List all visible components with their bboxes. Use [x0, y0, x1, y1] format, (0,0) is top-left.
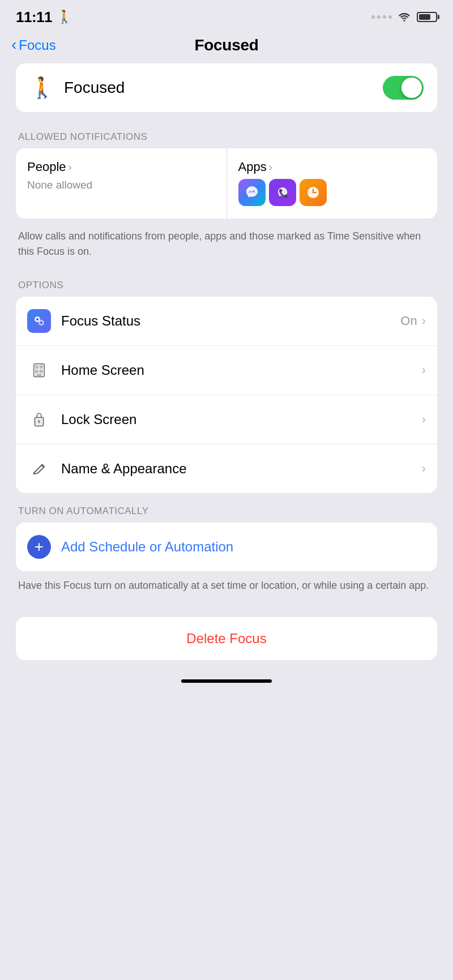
app-icons: 📞	[238, 179, 426, 206]
automation-card: + Add Schedule or Automation	[16, 523, 437, 571]
focus-status-label: Focus Status	[61, 313, 400, 329]
viber-app-icon: 📞	[269, 179, 296, 206]
svg-rect-11	[40, 365, 43, 369]
home-screen-chevron-icon: ›	[422, 363, 426, 378]
home-screen-label: Home Screen	[61, 362, 422, 378]
svg-text:📞: 📞	[279, 189, 289, 198]
status-time: 11:11	[16, 8, 52, 26]
svg-rect-12	[35, 370, 39, 373]
battery-icon	[417, 12, 437, 22]
focused-toggle[interactable]	[383, 76, 424, 100]
main-content: 🚶 Focused ALLOWED NOTIFICATIONS People ›…	[0, 63, 453, 660]
focus-status-value: On	[400, 314, 417, 328]
clock-app-icon	[300, 179, 327, 206]
people-subtitle: None allowed	[27, 179, 215, 191]
focus-status-row[interactable]: Focus Status On ›	[16, 297, 437, 346]
focused-person-icon: 🚶	[29, 76, 55, 100]
delete-focus-label[interactable]: Delete Focus	[27, 631, 426, 647]
home-screen-icon	[27, 358, 51, 382]
name-appearance-row[interactable]: Name & Appearance ›	[16, 444, 437, 493]
back-chevron-icon: ‹	[11, 37, 16, 53]
focus-status-chevron-icon: ›	[422, 314, 426, 328]
allowed-notifications-card: People › None allowed Apps ›	[16, 148, 437, 219]
svg-point-8	[40, 322, 42, 324]
people-title[interactable]: People ›	[27, 160, 215, 174]
nav-bar: ‹ Focus Focused	[0, 31, 453, 63]
apps-title[interactable]: Apps ›	[238, 160, 426, 174]
signal-dots	[371, 15, 392, 19]
focused-row: 🚶 Focused	[16, 63, 437, 112]
accessibility-icon: 🚶	[57, 10, 72, 24]
delete-focus-row[interactable]: Delete Focus	[16, 617, 437, 660]
delete-focus-card: Delete Focus	[16, 617, 437, 660]
automation-description: Have this Focus turn on automatically at…	[16, 576, 437, 599]
lock-screen-row[interactable]: Lock Screen ›	[16, 395, 437, 444]
messenger-app-icon	[238, 179, 266, 206]
svg-point-4	[312, 192, 314, 194]
allowed-description: Allow calls and notifications from peopl…	[16, 223, 437, 263]
svg-rect-13	[40, 370, 43, 373]
options-card: Focus Status On › Home Screen ›	[16, 297, 437, 493]
svg-rect-17	[39, 422, 40, 423]
focus-status-icon	[27, 309, 51, 333]
add-schedule-icon: +	[27, 535, 51, 559]
allowed-row: People › None allowed Apps ›	[16, 148, 437, 219]
focused-toggle-card: 🚶 Focused	[16, 63, 437, 112]
focused-label: Focused	[64, 79, 125, 97]
home-bar	[181, 679, 272, 683]
allowed-notifications-header: ALLOWED NOTIFICATIONS	[16, 119, 437, 148]
name-appearance-chevron-icon: ›	[422, 461, 426, 476]
back-button[interactable]: ‹ Focus	[11, 37, 56, 53]
svg-rect-14	[37, 374, 42, 375]
add-schedule-label[interactable]: Add Schedule or Automation	[61, 539, 233, 555]
add-schedule-row[interactable]: + Add Schedule or Automation	[16, 523, 437, 571]
lock-screen-chevron-icon: ›	[422, 412, 426, 427]
home-indicator	[0, 671, 453, 687]
page-title: Focused	[194, 36, 258, 54]
people-chevron-icon: ›	[69, 161, 72, 173]
status-icons	[371, 12, 437, 22]
apps-col[interactable]: Apps ›	[227, 148, 438, 219]
toggle-knob	[401, 78, 422, 98]
focused-left: 🚶 Focused	[29, 76, 125, 100]
lock-screen-icon	[27, 408, 51, 431]
wifi-icon	[398, 12, 411, 22]
home-screen-row[interactable]: Home Screen ›	[16, 346, 437, 395]
name-appearance-icon	[27, 457, 51, 481]
options-header: OPTIONS	[16, 267, 437, 297]
apps-chevron-icon: ›	[269, 161, 272, 173]
lock-screen-label: Lock Screen	[61, 412, 422, 427]
status-bar: 11:11 🚶	[0, 0, 453, 31]
people-col[interactable]: People › None allowed	[16, 148, 227, 219]
svg-rect-10	[35, 365, 39, 369]
back-label[interactable]: Focus	[19, 37, 55, 53]
name-appearance-label: Name & Appearance	[61, 461, 422, 477]
svg-point-7	[36, 318, 39, 320]
automation-header: TURN ON AUTOMATICALLY	[16, 493, 437, 523]
